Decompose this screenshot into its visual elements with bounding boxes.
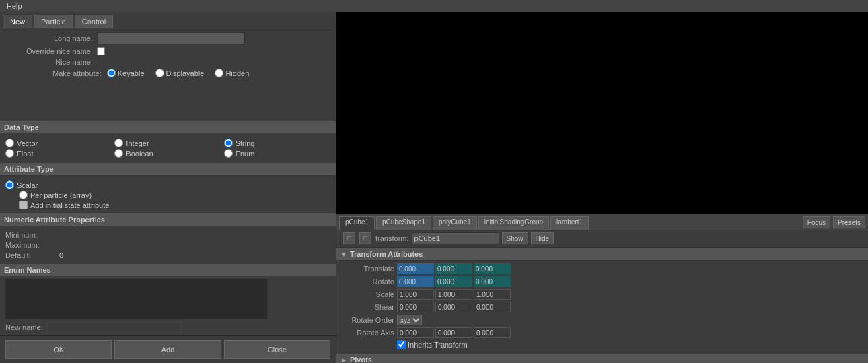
tab-new[interactable]: New: [3, 15, 32, 28]
pivots-title: Pivots: [350, 356, 372, 363]
radio-keyable[interactable]: Keyable: [107, 69, 145, 77]
tab-bar: New Particle Control: [0, 12, 336, 28]
add-initial-state-checkbox[interactable]: [19, 201, 28, 209]
default-row: Default: 0: [5, 251, 330, 259]
maximum-label: Maximum:: [5, 241, 59, 249]
rotate-axis-label: Rotate Axis: [340, 329, 394, 337]
rotate-y-input[interactable]: [435, 276, 472, 287]
scale-row: Scale: [340, 289, 864, 300]
override-nice-name-checkbox[interactable]: [97, 47, 105, 55]
scale-z-input[interactable]: [474, 289, 511, 300]
rotate-axis-row: Rotate Axis: [340, 327, 864, 338]
shear-row: Shear: [340, 302, 864, 312]
attr-tab-polycube1[interactable]: polyCube1: [433, 216, 477, 230]
radio-displayable[interactable]: Displayable: [155, 69, 205, 77]
new-name-row: New name:: [0, 319, 336, 335]
tab-particle[interactable]: Particle: [34, 15, 73, 28]
copy-icon[interactable]: □: [343, 232, 355, 244]
menu-bar: Help: [0, 0, 868, 12]
override-nice-name-row: Override nice name:: [5, 47, 330, 55]
rotate-axis-z-input[interactable]: [474, 327, 511, 338]
radio-scalar-input[interactable]: [5, 180, 14, 189]
paste-icon[interactable]: □: [359, 232, 371, 244]
transform-input[interactable]: [412, 232, 499, 244]
main-layout: New Particle Control Long name: Override…: [0, 12, 868, 363]
scale-y-input[interactable]: [435, 289, 472, 300]
tab-control[interactable]: Control: [75, 15, 113, 28]
nice-name-label: Nice name:: [5, 58, 93, 66]
right-panel: pCube1 pCubeShape1 polyCube1 initialShad…: [336, 12, 868, 363]
rotate-order-select[interactable]: xyz yzx zxy: [397, 315, 422, 325]
per-particle-label: Per particle (array): [30, 191, 92, 199]
left-panel: New Particle Control Long name: Override…: [0, 12, 336, 363]
shear-z-input[interactable]: [474, 302, 511, 312]
attr-tab-pcube1[interactable]: pCube1: [339, 216, 375, 230]
rotate-row: Rotate: [340, 276, 864, 287]
close-button[interactable]: Close: [224, 340, 330, 359]
hide-button[interactable]: Hide: [531, 232, 554, 244]
radio-integer[interactable]: Integer: [114, 139, 221, 147]
new-name-label: New name:: [5, 323, 43, 331]
transform-row: □ □ transform: Show Hide: [336, 230, 868, 248]
add-button[interactable]: Add: [114, 340, 221, 359]
transform-attrs-content: Translate Rotate Scale: [336, 261, 868, 354]
shear-y-input[interactable]: [435, 302, 472, 312]
new-name-input[interactable]: [47, 322, 182, 333]
attr-tab-lambert1[interactable]: lambert1: [550, 216, 589, 230]
translate-row: Translate: [340, 263, 864, 274]
inherits-transform-label: Inherits Transform: [408, 341, 468, 349]
rotate-z-input[interactable]: [474, 276, 511, 287]
focus-button[interactable]: Focus: [803, 216, 830, 228]
add-initial-state-label: Add initial state attribute: [30, 201, 109, 209]
attr-type-content: Scalar Per particle (array) Add initial …: [0, 178, 336, 213]
minimum-label: Minimum:: [5, 231, 59, 239]
shear-x-input[interactable]: [397, 302, 434, 312]
enum-textarea[interactable]: [5, 279, 268, 319]
collapse-arrow-pivots: ►: [340, 356, 347, 364]
radio-per-particle[interactable]: [19, 191, 28, 199]
radio-boolean[interactable]: Boolean: [114, 149, 221, 158]
transform-attrs-section-header[interactable]: ▼ Transform Attributes: [336, 248, 868, 261]
radio-string[interactable]: String: [224, 139, 330, 147]
shear-label: Shear: [340, 303, 394, 311]
translate-z-input[interactable]: [474, 263, 511, 274]
scale-x-input[interactable]: [397, 289, 434, 300]
rotate-axis-x-input[interactable]: [397, 327, 434, 338]
ok-button[interactable]: OK: [5, 340, 112, 359]
collapse-arrow-transform: ▼: [340, 251, 347, 258]
numeric-section: Minimum: Maximum: Default: 0: [0, 228, 336, 264]
minimum-row: Minimum:: [5, 231, 330, 239]
rotate-axis-y-input[interactable]: [435, 327, 472, 338]
translate-x-input[interactable]: [397, 263, 434, 274]
numeric-attr-section-header: Numeric Attribute Properties: [0, 213, 336, 226]
make-attr-row: Make attribute: Keyable Displayable Hidd…: [52, 69, 330, 77]
show-button[interactable]: Show: [502, 232, 528, 244]
data-type-grid: Vector Integer String Float Boolean Enum: [0, 136, 336, 160]
viewport: [336, 12, 868, 214]
presets-button[interactable]: Presets: [833, 216, 865, 228]
attr-editor-tabs: pCube1 pCubeShape1 polyCube1 initialShad…: [336, 214, 868, 230]
viewport-overlap: [370, 113, 491, 167]
rotate-label: Rotate: [340, 277, 394, 286]
attr-tab-initialshadinggroup[interactable]: initialShadingGroup: [478, 216, 549, 230]
radio-float[interactable]: Float: [5, 149, 112, 158]
long-name-row: Long name:: [5, 32, 330, 44]
maximum-row: Maximum:: [5, 241, 330, 249]
data-type-section-header: Data Type: [0, 121, 336, 133]
editor-controls: Focus Presets: [800, 216, 865, 230]
default-label: Default:: [5, 251, 59, 259]
menu-help[interactable]: Help: [4, 2, 25, 10]
long-name-input[interactable]: [97, 32, 245, 44]
radio-vector[interactable]: Vector: [5, 139, 112, 147]
rotate-x-input[interactable]: [397, 276, 434, 287]
translate-y-input[interactable]: [435, 263, 472, 274]
attr-tab-pcubeshape1[interactable]: pCubeShape1: [376, 216, 431, 230]
form-area: Long name: Override nice name: Nice name…: [0, 28, 336, 121]
transform-label: transform:: [375, 234, 409, 242]
scalar-label: Scalar: [17, 181, 38, 189]
radio-hidden[interactable]: Hidden: [215, 69, 249, 77]
radio-enum[interactable]: Enum: [224, 149, 330, 158]
attr-type-section-header: Attribute Type: [0, 163, 336, 175]
inherits-transform-checkbox[interactable]: [397, 340, 406, 349]
pivots-section-header[interactable]: ► Pivots: [336, 354, 868, 363]
